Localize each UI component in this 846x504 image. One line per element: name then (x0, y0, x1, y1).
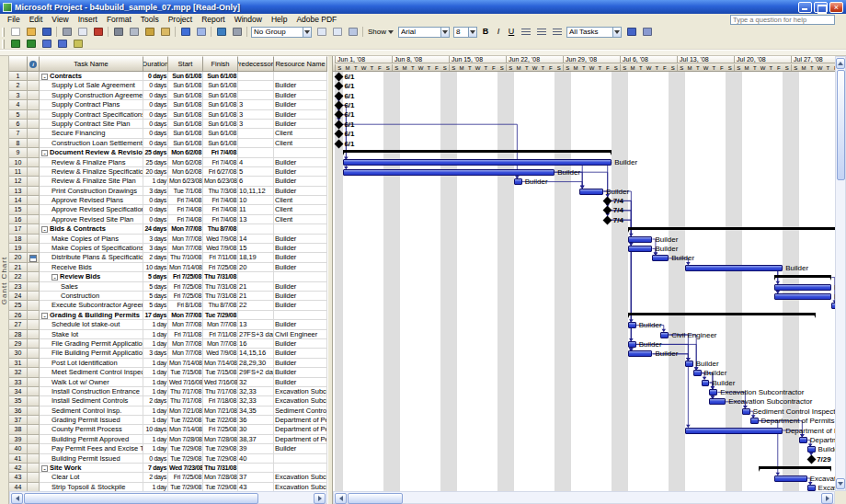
predecessors-cell[interactable]: 32,33 (238, 387, 274, 396)
task-bar[interactable] (807, 485, 816, 491)
start-cell[interactable]: Mon 6/23/08 (168, 177, 203, 186)
chart-horizontal-scrollbar[interactable] (333, 491, 835, 504)
row-number[interactable]: 9 (9, 148, 28, 157)
task-bar[interactable] (514, 178, 522, 185)
cut-icon[interactable] (111, 26, 125, 38)
predecessors-cell[interactable] (238, 139, 274, 148)
resource-cell[interactable]: Excavation Subcontractor (274, 396, 327, 406)
duration-cell[interactable]: 1 day (143, 416, 168, 425)
start-cell[interactable]: Thu 7/10/08 (168, 253, 203, 262)
resource-cell[interactable]: Builder (274, 292, 327, 301)
task-name-cell[interactable]: Construction (40, 292, 143, 301)
finish-cell[interactable]: Thu 7/31/08 (203, 464, 238, 473)
row-number[interactable]: 44 (9, 483, 28, 491)
task-bar[interactable] (628, 236, 653, 243)
duration-cell[interactable]: 3 days (143, 244, 168, 253)
duration-cell[interactable]: 1 day (143, 444, 168, 453)
resource-cell[interactable]: Builder (274, 158, 327, 167)
menu-edit[interactable]: Edit (25, 15, 48, 24)
summary-bar[interactable] (628, 227, 835, 230)
start-cell[interactable]: Tue 7/29/08 (168, 454, 203, 464)
timescale-days[interactable]: SMTWTFS (677, 64, 734, 72)
finish-cell[interactable]: Thu 7/31/08 (203, 272, 238, 281)
duration-cell[interactable]: 2 days (143, 473, 168, 482)
collapse-button[interactable]: - (41, 74, 48, 80)
resource-cell[interactable]: Department of Permits & Inspections (274, 435, 327, 444)
task-notes-icon[interactable] (71, 38, 85, 50)
finish-cell[interactable]: Sun 6/1/08 (203, 100, 238, 109)
resource-cell[interactable]: Builder (274, 120, 327, 129)
close-button[interactable]: × (829, 2, 843, 13)
menu-tools[interactable]: Tools (136, 15, 164, 24)
finish-cell[interactable]: Tue 7/29/08 (203, 444, 238, 453)
predecessors-cell[interactable] (238, 464, 274, 473)
predecessors-cell[interactable]: 3 (238, 100, 274, 109)
task-name-cell[interactable]: -Contracts (40, 72, 143, 81)
row-number[interactable]: 43 (9, 473, 28, 482)
timescale-week[interactable]: Jun 22, '08 (506, 56, 563, 63)
predecessors-cell[interactable]: 13 (238, 215, 274, 224)
resource-cell[interactable]: Builder (274, 110, 327, 120)
task-name-cell[interactable]: Clear Lot (40, 473, 143, 482)
predecessors-cell[interactable]: 40 (238, 454, 274, 464)
start-cell[interactable]: Mon 7/7/08 (168, 349, 203, 358)
task-name-cell[interactable]: Schedule lot stake-out (40, 320, 143, 329)
predecessors-cell[interactable] (238, 72, 274, 81)
row-number[interactable]: 25 (9, 301, 28, 310)
finish-cell[interactable]: Thu 8/7/08 (203, 224, 238, 234)
resource-cell[interactable] (274, 224, 327, 234)
finish-cell[interactable]: Sun 6/1/08 (203, 129, 238, 138)
duration-cell[interactable]: 1 day (143, 339, 168, 349)
predecessors-cell[interactable] (238, 129, 274, 138)
row-number[interactable]: 18 (9, 235, 28, 244)
finish-cell[interactable]: Fri 7/18/08 (203, 396, 238, 406)
finish-cell[interactable]: Mon 7/28/08 (203, 473, 238, 482)
task-name-cell[interactable]: Approve Revised Specifications (40, 205, 143, 214)
task-name-cell[interactable]: Make Copies of Plans (40, 235, 143, 244)
duration-cell[interactable]: 0 days (143, 81, 168, 90)
column-header-duration[interactable]: Duration (143, 56, 168, 72)
timescale-week[interactable]: Jun 29, '08 (563, 56, 620, 63)
finish-cell[interactable]: Fri 7/11/08 (203, 253, 238, 262)
resource-cell[interactable]: Builder (274, 235, 327, 244)
resource-cell[interactable]: Builder (274, 187, 327, 196)
duration-cell[interactable]: 1 day (143, 387, 168, 396)
task-bar[interactable] (709, 389, 717, 395)
task-name-cell[interactable]: Receive Bids (40, 263, 143, 272)
task-bar[interactable] (628, 322, 636, 328)
duration-cell[interactable]: 3 days (143, 187, 168, 196)
task-name-cell[interactable]: Approve Revised Site Plan (40, 215, 143, 224)
task-name-cell[interactable]: Building Permit Approved (40, 435, 143, 444)
finish-cell[interactable]: Tue 7/29/08 (203, 454, 238, 464)
predecessors-cell[interactable]: 34,35 (238, 407, 274, 416)
task-name-cell[interactable]: -Document Review & Revision (40, 148, 143, 157)
resource-cell[interactable]: Builder (274, 253, 327, 262)
show-outline-button[interactable]: Show (365, 28, 396, 36)
duration-cell[interactable]: 1 day (143, 330, 168, 339)
timescale-week[interactable]: Jun 8, '08 (392, 56, 449, 63)
task-bar[interactable] (628, 350, 653, 357)
row-number[interactable]: 14 (9, 196, 28, 205)
finish-cell[interactable]: Fri 7/25/08 (203, 263, 238, 272)
start-cell[interactable]: Tue 7/29/08 (168, 483, 203, 491)
resource-cell[interactable]: Builder (274, 359, 327, 368)
finish-cell[interactable]: Tue 7/22/08 (203, 416, 238, 425)
predecessors-cell[interactable]: 6 (238, 177, 274, 186)
finish-cell[interactable]: Thu 7/17/08 (203, 387, 238, 396)
column-header-task-name[interactable]: Task Name (40, 56, 143, 72)
finish-cell[interactable]: Tue 7/29/08 (203, 311, 238, 320)
summary-bar[interactable] (343, 150, 612, 153)
start-cell[interactable]: Fri 7/4/08 (168, 196, 203, 205)
finish-cell[interactable]: Fri 7/4/08 (203, 205, 238, 214)
duration-cell[interactable]: 5 days (143, 301, 168, 310)
task-name-cell[interactable]: Strip Topsoil & Stockpile (40, 483, 143, 491)
resource-cell[interactable] (274, 272, 327, 281)
duration-cell[interactable]: 1 day (143, 407, 168, 416)
milestone-diamond[interactable] (806, 454, 816, 464)
duration-cell[interactable]: 1 day (143, 378, 168, 387)
finish-cell[interactable]: Sun 6/1/08 (203, 72, 238, 81)
start-cell[interactable]: Sun 6/1/08 (168, 91, 203, 100)
start-cell[interactable]: Fri 7/4/08 (168, 215, 203, 224)
predecessors-cell[interactable]: 20 (238, 263, 274, 272)
resource-cell[interactable]: Builder (274, 320, 327, 329)
